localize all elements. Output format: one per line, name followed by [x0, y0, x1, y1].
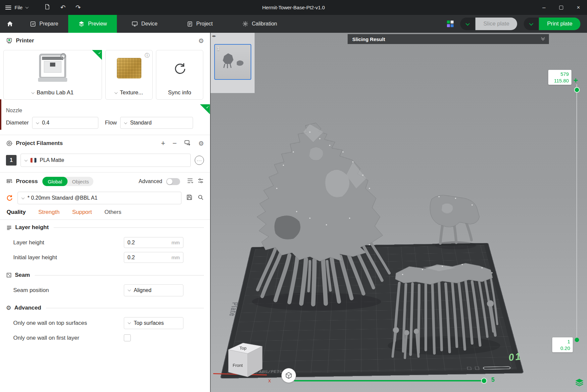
filament-select[interactable]: PLA Matte	[21, 154, 191, 167]
add-filament-button[interactable]: +	[161, 140, 165, 147]
slicing-result-bar[interactable]: Slicing Result	[348, 34, 549, 44]
layer-slider-top-handle[interactable]	[574, 87, 580, 93]
filaments-section-header: Project Filaments + − ⚙	[0, 135, 210, 152]
remove-filament-button[interactable]: −	[172, 140, 177, 147]
flow-label: Flow	[105, 120, 117, 126]
plate-type-chevron[interactable]	[115, 91, 118, 94]
filament-settings-gear-icon[interactable]: ⚙	[198, 140, 204, 147]
file-menu-chevron-icon[interactable]	[25, 5, 29, 9]
printer-model-chevron[interactable]	[31, 91, 34, 94]
filament-chevron-icon	[24, 158, 28, 162]
seam-chevron-icon	[128, 288, 131, 291]
param-row-one-wall-top: Only one wall on top surfaces Top surfac…	[0, 316, 210, 330]
device-icon	[131, 21, 138, 27]
diameter-chevron-icon	[36, 121, 39, 124]
advanced-group-icon: ⚙	[6, 305, 11, 311]
param-row-layer-height: Layer height 0.2 mm	[0, 235, 210, 250]
printer-settings-gear-icon[interactable]: ⚙	[198, 38, 204, 44]
nozzle-check-corner: ✓	[200, 104, 210, 114]
maximize-button[interactable]	[553, 0, 570, 15]
tab-preview[interactable]: Preview	[68, 15, 117, 33]
collapse-slicing-result-icon[interactable]	[542, 38, 544, 40]
minimize-button[interactable]: –	[535, 0, 553, 15]
scope-toggle[interactable]: Global Objects	[42, 177, 93, 186]
tab-strength[interactable]: Strength	[38, 209, 60, 216]
info-icon[interactable]: ⓘ	[145, 52, 150, 59]
slice-plate-button[interactable]: Slice plate	[475, 18, 517, 30]
tab-device[interactable]: Device	[122, 15, 168, 33]
preset-modified-icon[interactable]	[6, 194, 13, 202]
layer-slider-bottom-handle[interactable]	[575, 338, 579, 342]
plate-type-card[interactable]: ⓘ Texture...	[105, 50, 153, 100]
tab-prepare[interactable]: Prepare	[20, 15, 68, 33]
tab-others[interactable]: Others	[104, 209, 121, 216]
initial-layer-height-input[interactable]: 0.2 mm	[124, 252, 183, 263]
printer-section-header: Printer ⚙	[0, 33, 210, 49]
expand-params-icon[interactable]	[187, 178, 193, 185]
3d-viewport[interactable]: Plate PLA/ABS/PETG 01	[211, 33, 587, 392]
undo-icon[interactable]: ↶	[60, 4, 66, 11]
plate-side-marking: Plate	[227, 302, 240, 316]
redo-icon[interactable]: ↷	[75, 4, 81, 11]
filament-brand-icon	[30, 158, 36, 163]
collapse-strip-icon[interactable]: ◂▸	[212, 34, 216, 38]
process-preset-select[interactable]: * 0.20mm Standard @BBL A1	[18, 192, 181, 204]
diameter-value: 0.4	[42, 120, 49, 126]
sync-info-card[interactable]: Sync info	[156, 50, 203, 100]
step-slider-handle[interactable]	[481, 378, 487, 384]
flow-select[interactable]: Standard	[120, 117, 193, 129]
thumbnail-plate-number: 1	[217, 46, 220, 51]
save-preset-icon[interactable]	[186, 194, 193, 202]
plate-type-name: Texture...	[120, 89, 143, 96]
one-wall-top-chevron-icon	[128, 321, 131, 324]
selected-check-corner: ✓	[92, 50, 102, 60]
one-wall-top-select[interactable]: Top surfaces	[124, 317, 183, 329]
tab-project[interactable]: Project	[177, 15, 223, 33]
seam-position-select[interactable]: Aligned	[124, 284, 183, 296]
save-project-icon[interactable]	[44, 4, 50, 12]
sync-filaments-icon[interactable]	[184, 140, 191, 147]
bottom-layer-number: 1	[555, 338, 570, 345]
close-button[interactable]: ×	[570, 0, 587, 15]
filament-slot-number[interactable]: 1	[6, 155, 17, 166]
layers-view-icon[interactable]	[575, 378, 584, 388]
layer-slider-track[interactable]	[576, 84, 577, 340]
step-slider-track[interactable]	[294, 380, 487, 381]
one-wall-first-layer-checkbox[interactable]	[124, 334, 131, 341]
print-plate-button[interactable]: Print plate	[539, 18, 580, 30]
layer-height-input[interactable]: 0.2 mm	[124, 237, 183, 248]
nozzle-diameter-select[interactable]: 0.4	[32, 117, 98, 129]
tab-quality[interactable]: Quality	[7, 209, 26, 216]
orientation-gizmo[interactable]: Top Front	[224, 336, 273, 383]
slice-plate-split-button[interactable]: Slice plate	[460, 18, 517, 30]
process-tabs: Quality Strength Support Others	[0, 208, 210, 220]
gizmo-top-label: Top	[240, 346, 247, 351]
printer-model-card[interactable]: ✓ Bambu Lab A1	[3, 50, 102, 100]
home-button[interactable]	[0, 15, 20, 33]
filament-more-button[interactable]: ···	[195, 156, 204, 165]
scope-objects[interactable]: Objects	[68, 179, 94, 184]
search-preset-icon[interactable]	[197, 194, 204, 202]
slice-dropdown-chevron[interactable]	[460, 18, 475, 30]
tab-support[interactable]: Support	[72, 209, 92, 216]
print-dropdown-chevron[interactable]	[524, 18, 538, 30]
file-menu[interactable]: File	[0, 5, 28, 10]
plate-thumbnail-1[interactable]: 1	[214, 44, 251, 80]
file-menu-label[interactable]: File	[15, 5, 23, 10]
printer-icon	[6, 37, 13, 44]
layer-slider-bottom-label: 1 0.20	[552, 337, 573, 352]
calibration-icon	[242, 21, 249, 27]
add-layer-marker-button[interactable]: +	[573, 76, 578, 85]
seam-icon	[6, 272, 12, 278]
prepare-icon	[30, 21, 36, 27]
seam-group: Seam	[0, 268, 210, 283]
tab-calibration[interactable]: Calibration	[232, 15, 287, 33]
hamburger-menu-icon[interactable]	[5, 6, 11, 10]
scope-global[interactable]: Global	[42, 177, 67, 186]
tune-params-icon[interactable]	[197, 178, 204, 185]
window-title: Hermit-Tower-Base-Pt2-v1.0	[262, 5, 325, 10]
plate-settings-icon[interactable]	[447, 21, 454, 27]
advanced-toggle[interactable]	[166, 178, 180, 185]
print-plate-split-button[interactable]: Print plate	[524, 18, 580, 30]
viewcube-button[interactable]	[281, 368, 296, 383]
